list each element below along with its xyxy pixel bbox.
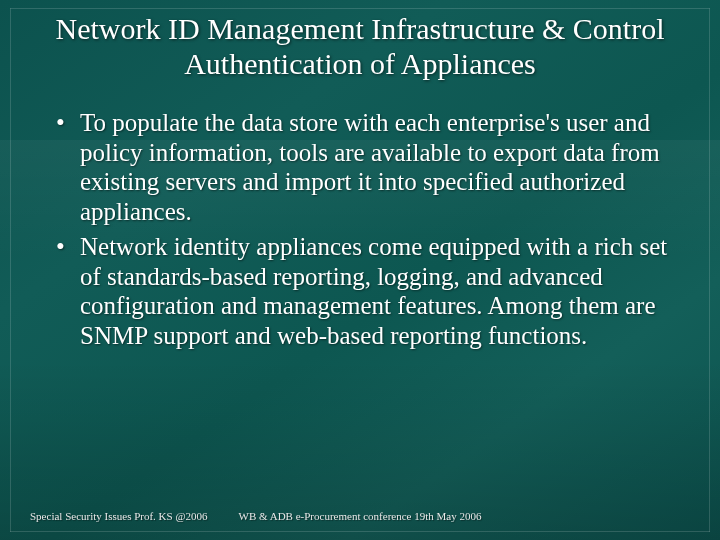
- bullet-item: To populate the data store with each ent…: [52, 108, 682, 226]
- footer-center: WB & ADB e-Procurement conference 19th M…: [230, 510, 490, 524]
- bullet-list: To populate the data store with each ent…: [52, 108, 682, 350]
- frame-line-right: [709, 8, 710, 532]
- bullet-text: To populate the data store with each ent…: [80, 109, 660, 225]
- slide-title: Network ID Management Infrastructure & C…: [30, 12, 690, 81]
- frame-line-top: [10, 8, 710, 9]
- slide-body: To populate the data store with each ent…: [52, 108, 682, 356]
- bullet-text: Network identity appliances come equippe…: [80, 233, 667, 349]
- frame-line-bottom: [10, 531, 710, 532]
- slide: Network ID Management Infrastructure & C…: [0, 0, 720, 540]
- footer-left: Special Security Issues Prof. KS @2006: [30, 510, 220, 524]
- frame-line-left: [10, 8, 11, 532]
- bullet-item: Network identity appliances come equippe…: [52, 232, 682, 350]
